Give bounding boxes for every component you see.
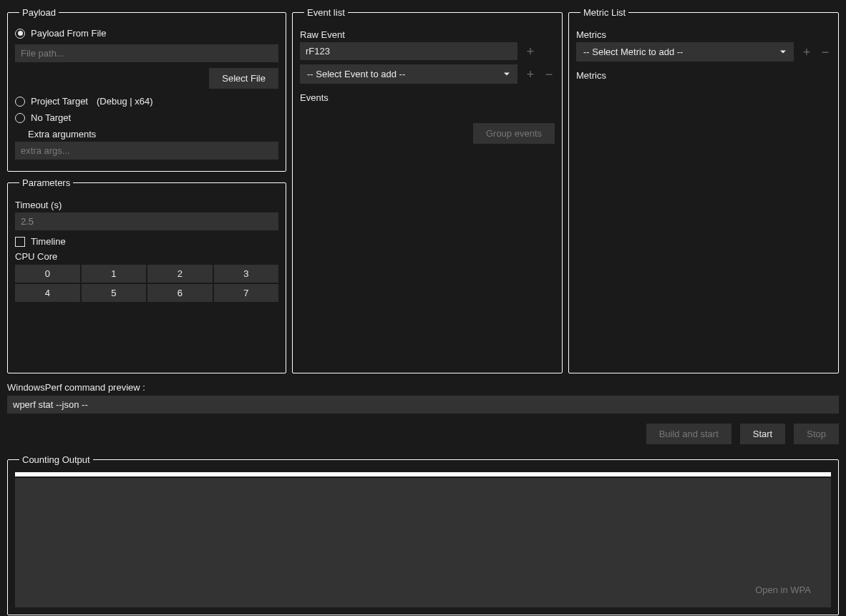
metrics-label: Metrics [576,29,831,40]
raw-event-add-icon[interactable]: + [525,45,536,58]
no-target-radio[interactable] [15,113,25,123]
output-content: Open in WPA [15,478,831,607]
metric-add-icon[interactable]: + [801,46,812,59]
metrics-header: Metrics [576,70,831,81]
command-preview-label: WindowsPerf command preview : [7,382,839,393]
output-header-bar [15,472,831,476]
cpu-core-cell[interactable]: 2 [147,265,213,283]
counting-output-legend: Counting Output [19,454,93,465]
project-target-config: (Debug | x64) [97,96,153,107]
open-in-wpa-button[interactable]: Open in WPA [742,580,824,600]
timeline-label: Timeline [31,236,66,247]
counting-output-group: Counting Output Open in WPA [7,454,839,615]
payload-group: Payload Payload From File Select File Pr… [7,7,286,172]
cpu-core-cell[interactable]: 6 [147,284,213,302]
command-preview: WindowsPerf command preview : wperf stat… [7,382,839,414]
cpu-core-cell[interactable]: 7 [214,284,279,302]
timeout-label: Timeout (s) [15,200,278,210]
cpu-core-cell[interactable]: 4 [15,284,80,302]
cpu-core-cell[interactable]: 3 [214,265,279,283]
command-preview-text: wperf stat --json -- [7,396,839,414]
metric-list-group: Metric List Metrics -- Select Metric to … [568,7,839,373]
extra-args-label: Extra arguments [28,129,278,140]
metric-select-placeholder: -- Select Metric to add -- [583,47,683,57]
cpu-core-label: CPU Core [15,251,278,262]
raw-event-label: Raw Event [300,29,555,40]
start-button[interactable]: Start [740,424,785,444]
build-and-start-button[interactable]: Build and start [646,424,731,444]
parameters-group: Parameters Timeout (s) Timeline CPU Core… [7,177,286,373]
no-target-label: No Target [31,112,71,123]
metric-select[interactable]: -- Select Metric to add -- [576,42,794,62]
timeout-input[interactable] [15,212,278,230]
cpu-core-cell[interactable]: 5 [82,284,147,302]
event-select[interactable]: -- Select Event to add -- [300,64,517,84]
payload-from-file-radio[interactable] [15,29,25,39]
project-target-label: Project Target [31,96,88,107]
event-remove-icon[interactable]: − [543,68,555,81]
stop-button[interactable]: Stop [794,424,839,444]
project-target-radio[interactable] [15,97,25,107]
event-list-legend: Event list [304,7,348,18]
metric-remove-icon[interactable]: − [820,46,831,59]
events-header: Events [300,92,555,103]
event-add-icon[interactable]: + [525,68,536,81]
metric-list-legend: Metric List [580,7,628,18]
parameters-legend: Parameters [19,177,73,188]
cpu-core-cell[interactable]: 1 [82,265,147,283]
group-events-button[interactable]: Group events [473,123,555,144]
payload-legend: Payload [19,7,59,18]
extra-args-input[interactable] [15,142,278,160]
event-list-group: Event list Raw Event + − -- Select Event… [292,7,563,373]
raw-event-input[interactable] [300,42,517,60]
cpu-core-cell[interactable]: 0 [15,265,80,283]
payload-from-file-label: Payload From File [31,28,106,39]
timeline-checkbox[interactable] [15,237,25,247]
select-file-button[interactable]: Select File [209,68,278,89]
event-select-placeholder: -- Select Event to add -- [307,69,405,79]
cpu-core-grid: 0 1 2 3 4 5 6 7 [15,265,278,302]
file-path-input[interactable] [15,44,278,62]
